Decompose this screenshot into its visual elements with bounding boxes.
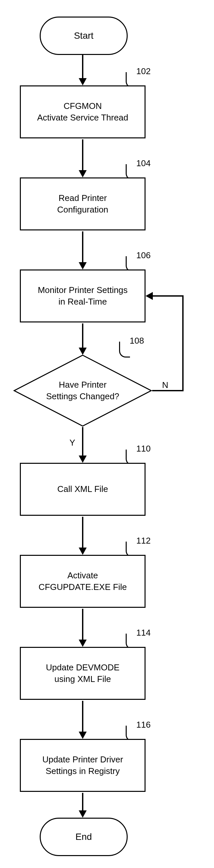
arrow-head [79, 78, 87, 85]
arrow [82, 517, 83, 548]
arrow-head [79, 732, 87, 739]
process-114: Update DEVMODE using XML File [20, 647, 146, 700]
ref-106: 106 [136, 250, 150, 260]
process-104: Read Printer Configuration [20, 178, 146, 230]
process-102-text: CFGMON Activate Service Thread [37, 100, 128, 123]
ref-104: 104 [136, 158, 150, 168]
ref-114: 114 [136, 628, 150, 638]
process-116-text: Update Printer Driver Settings in Regist… [42, 754, 123, 777]
arrow-head [79, 640, 87, 647]
process-110-text: Call XML File [57, 483, 108, 495]
start-terminator: Start [40, 17, 128, 55]
end-terminator: End [40, 818, 128, 856]
ref-108: 108 [130, 336, 144, 346]
loop-line-v [182, 296, 184, 391]
loop-line-h2 [153, 295, 184, 297]
arrow [82, 427, 83, 456]
process-102: CFGMON Activate Service Thread [20, 85, 146, 138]
ref-102: 102 [136, 66, 150, 76]
process-106: Monitor Printer Settings in Real-Time [20, 270, 146, 322]
no-label: N [162, 380, 168, 390]
decision-108: Have Printer Settings Changed? [13, 354, 152, 427]
arrow [82, 323, 83, 348]
arrow-head [79, 810, 87, 818]
decision-108-text: Have Printer Settings Changed? [46, 379, 119, 402]
process-106-text: Monitor Printer Settings in Real-Time [38, 284, 128, 308]
arrow [82, 701, 83, 732]
arrow-head [79, 170, 87, 178]
arrow [82, 793, 83, 811]
process-116: Update Printer Driver Settings in Regist… [20, 739, 146, 792]
arrow [82, 140, 83, 171]
ref-112: 112 [136, 536, 150, 546]
end-label: End [75, 832, 92, 842]
arrow-head [79, 262, 87, 270]
process-104-text: Read Printer Configuration [57, 192, 108, 216]
yes-label: Y [69, 438, 75, 448]
arrow [82, 609, 83, 640]
process-114-text: Update DEVMODE using XML File [46, 662, 120, 685]
loop-line-h1 [152, 390, 184, 391]
process-112: Activate CFGUPDATE.EXE File [20, 555, 146, 608]
process-110: Call XML File [20, 463, 146, 516]
arrow-head [79, 348, 87, 355]
start-label: Start [74, 30, 93, 41]
ref-116: 116 [136, 720, 150, 730]
arrow [82, 231, 83, 263]
arrow-head [79, 456, 87, 463]
loop-arrow-head [146, 292, 153, 300]
ref-110: 110 [136, 443, 150, 454]
arrow-head [79, 548, 87, 555]
process-112-text: Activate CFGUPDATE.EXE File [39, 570, 127, 593]
arrow [82, 54, 83, 79]
